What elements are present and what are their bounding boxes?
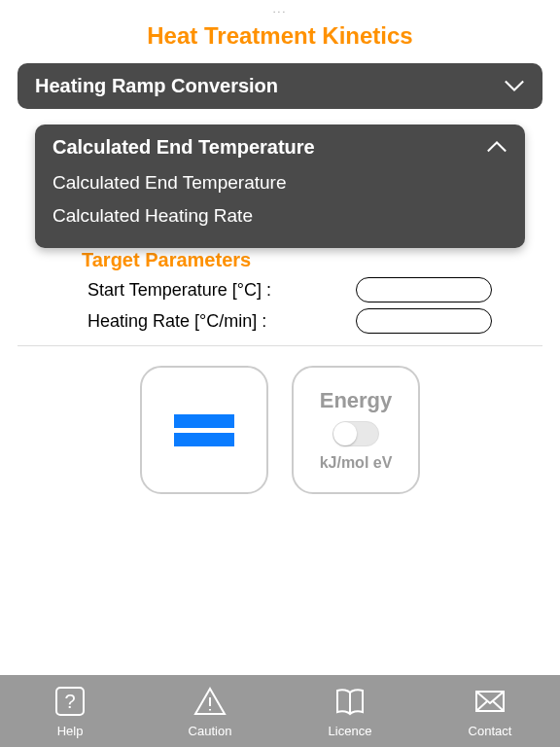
tab-bar: ? Help Caution Licence Contact [0, 675, 560, 747]
tab-licence[interactable]: Licence [280, 675, 420, 747]
status-ellipsis: ... [0, 0, 560, 15]
tab-contact[interactable]: Contact [420, 675, 560, 747]
help-icon: ? [53, 685, 87, 722]
energy-unit-card: Energy kJ/mol eV [292, 366, 420, 494]
section-target-parameters: Target Parameters [82, 249, 492, 271]
page-title: Heat Treatment Kinetics [0, 22, 560, 50]
divider [18, 345, 542, 346]
energy-unit-toggle[interactable] [332, 421, 379, 446]
row-target-heating-rate: Heating Rate [°C/min] : [88, 308, 492, 334]
row-target-start-temp: Start Temperature [°C] : [88, 277, 492, 302]
tab-label-caution: Caution [189, 724, 232, 738]
dropdown-option-heating-rate[interactable]: Calculated Heating Rate [52, 199, 508, 232]
energy-units-label: kJ/mol eV [320, 454, 393, 472]
dropdown-selected[interactable]: Calculated End Temperature [52, 136, 508, 159]
energy-title: Energy [320, 388, 393, 413]
label-target-start-temp: Start Temperature [°C] : [88, 280, 356, 301]
svg-line-8 [493, 701, 504, 711]
tab-label-help: Help [57, 724, 84, 738]
accordion-heating-ramp[interactable]: Heating Ramp Conversion [18, 63, 542, 109]
input-target-start-temp[interactable] [356, 277, 492, 302]
toggle-knob [333, 422, 357, 445]
accordion-label: Heating Ramp Conversion [35, 75, 278, 97]
book-icon [333, 685, 367, 722]
input-target-heating-rate[interactable] [356, 308, 492, 334]
calculate-button[interactable] [140, 366, 268, 494]
dropdown-option-end-temperature[interactable]: Calculated End Temperature [52, 166, 508, 199]
mail-icon [473, 685, 507, 722]
tab-label-licence: Licence [329, 724, 372, 738]
chevron-up-icon [486, 136, 508, 159]
tab-caution[interactable]: Caution [140, 675, 280, 747]
equals-icon [174, 409, 234, 451]
dropdown-selected-label: Calculated End Temperature [52, 136, 315, 159]
caution-icon [193, 685, 227, 722]
calculated-mode-dropdown[interactable]: Calculated End Temperature Calculated En… [35, 124, 525, 248]
svg-line-7 [476, 701, 487, 711]
tab-help[interactable]: ? Help [0, 675, 140, 747]
label-target-heating-rate: Heating Rate [°C/min] : [88, 311, 356, 332]
chevron-down-icon [504, 75, 525, 97]
action-button-row: Energy kJ/mol eV [0, 366, 560, 494]
svg-text:?: ? [64, 691, 75, 712]
tab-label-contact: Contact [469, 724, 512, 738]
